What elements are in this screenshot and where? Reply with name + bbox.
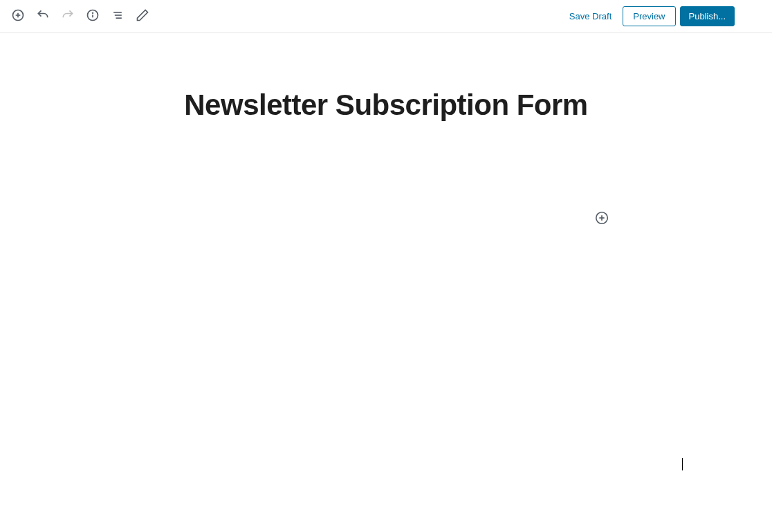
svg-point-5 [93, 12, 93, 13]
preview-button[interactable]: Preview [623, 6, 675, 26]
publish-button[interactable]: Publish... [680, 6, 735, 26]
editor-toolbar: Save Draft Preview Publish... [0, 0, 772, 33]
post-title-input[interactable]: Newsletter Subscription Form [144, 89, 628, 122]
info-icon [86, 8, 100, 24]
undo-button[interactable] [30, 4, 55, 29]
redo-icon [61, 8, 75, 24]
content-structure-button[interactable] [80, 4, 105, 29]
add-block-button[interactable] [6, 4, 30, 29]
list-icon [111, 8, 125, 24]
redo-button[interactable] [55, 4, 80, 29]
plus-circle-icon [11, 8, 25, 24]
save-draft-button[interactable]: Save Draft [562, 7, 618, 26]
toolbar-left [6, 4, 155, 29]
settings-button[interactable] [742, 4, 766, 29]
plus-circle-icon [594, 210, 609, 228]
block-navigation-button[interactable] [105, 4, 130, 29]
editor-canvas[interactable]: Newsletter Subscription Form [0, 33, 772, 122]
pencil-icon [136, 8, 149, 24]
block-inserter-button[interactable] [592, 210, 612, 229]
toolbar-right: Save Draft Preview Publish... [562, 4, 766, 29]
text-cursor-icon [682, 458, 683, 470]
undo-icon [36, 8, 50, 24]
edit-button[interactable] [130, 4, 155, 29]
